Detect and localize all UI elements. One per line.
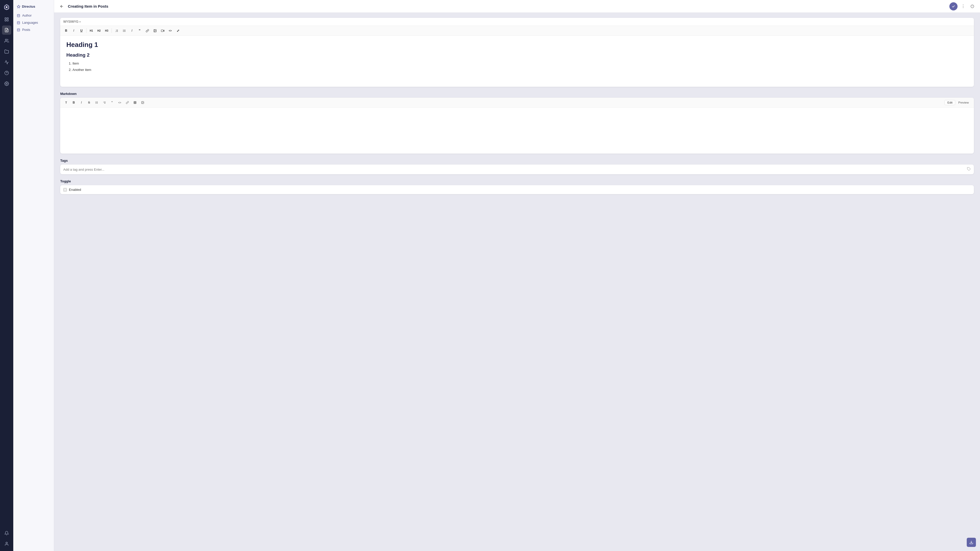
sidebar-item-author-label: Author (22, 14, 32, 17)
rail-icon-notifications[interactable] (2, 529, 11, 538)
tags-section: Tags (60, 159, 974, 174)
toggle-checkbox[interactable] (63, 188, 67, 192)
rail-icon-profile[interactable] (2, 539, 11, 548)
markdown-body[interactable] (60, 108, 974, 154)
toggle-container: Enabled (60, 185, 974, 194)
md-text-btn[interactable]: T (63, 99, 69, 106)
rail-icon-settings[interactable] (2, 79, 11, 88)
toolbar-separator-2 (111, 28, 112, 33)
italic-button-2[interactable]: I (129, 27, 135, 34)
wysiwyg-body[interactable]: Heading 1 Heading 2 Item Another item (60, 36, 974, 87)
md-strikethrough-btn[interactable]: S (86, 99, 92, 106)
md-bullet-btn[interactable] (94, 99, 100, 106)
md-table-btn[interactable] (132, 99, 138, 106)
markdown-edit-tab[interactable]: Edit (945, 100, 955, 105)
markdown-toolbar: T B I S (60, 98, 974, 108)
sidebar-item-author[interactable]: Author (13, 12, 54, 19)
tags-label: Tags (60, 159, 974, 162)
page-title: Creating Item in Posts (68, 4, 947, 8)
svg-rect-2 (7, 17, 8, 19)
svg-point-7 (5, 39, 7, 41)
svg-point-47 (142, 102, 143, 103)
blockquote-button[interactable]: " (136, 27, 143, 34)
wysiwyg-toolbar: B I U H1 H2 H3 (60, 26, 974, 36)
content-area: WYSIWYG ▾ B I U H1 H2 H3 (54, 13, 980, 551)
md-bold-btn[interactable]: B (70, 99, 77, 106)
ordered-list-button[interactable] (113, 27, 120, 34)
svg-point-14 (18, 21, 20, 22)
sidebar-brand: Directus (13, 3, 54, 12)
svg-point-15 (18, 29, 20, 29)
bold-button[interactable]: B (63, 27, 69, 34)
sidebar-item-posts[interactable]: Posts (13, 26, 54, 33)
fullscreen-button[interactable]: ⤢ (175, 27, 181, 34)
markdown-preview-tab[interactable]: Preview (956, 100, 971, 105)
more-options-button[interactable]: ⋮ (959, 3, 967, 10)
tags-container (60, 165, 974, 174)
markdown-container: T B I S (60, 98, 974, 154)
h1-button[interactable]: H1 (88, 27, 95, 34)
info-button[interactable] (969, 3, 976, 10)
wysiwyg-mode-label: WYSIWYG (63, 20, 78, 24)
wysiwyg-field: WYSIWYG ▾ B I U H1 H2 H3 (60, 18, 974, 87)
save-button[interactable] (950, 2, 958, 11)
code-button[interactable]: <> (167, 27, 173, 34)
icon-rail (0, 0, 13, 551)
sidebar-item-languages[interactable]: Languages (13, 19, 54, 26)
wysiwyg-mode-dropdown[interactable]: ▾ (80, 21, 81, 23)
italic-button[interactable]: I (70, 27, 77, 34)
svg-rect-3 (5, 20, 6, 21)
md-link-btn[interactable] (124, 99, 130, 106)
svg-rect-41 (134, 102, 136, 104)
topbar-actions: ⋮ (950, 2, 976, 11)
svg-rect-31 (161, 30, 163, 32)
underline-button[interactable]: U (78, 27, 85, 34)
svg-point-11 (6, 542, 7, 544)
md-image-btn[interactable] (139, 99, 146, 106)
link-button[interactable] (144, 27, 151, 34)
wysiwyg-heading1: Heading 1 (66, 41, 968, 49)
svg-point-0 (6, 6, 7, 8)
md-blockquote-btn[interactable]: " (109, 99, 115, 106)
wysiwyg-header: WYSIWYG ▾ (60, 18, 974, 26)
wysiwyg-list: Item Another item (66, 60, 968, 73)
toggle-option-label: Enabled (69, 188, 81, 192)
image-button[interactable] (151, 27, 158, 34)
markdown-section: Markdown T B I S (60, 92, 974, 154)
list-item: Another item (73, 67, 968, 73)
list-item: Item (73, 60, 968, 67)
bottom-right-action-button[interactable] (967, 538, 976, 547)
md-code-btn[interactable]: <> (116, 99, 123, 106)
h2-button[interactable]: H2 (96, 27, 102, 34)
svg-marker-30 (163, 30, 164, 31)
wysiwyg-heading2: Heading 2 (66, 52, 968, 58)
md-italic-btn[interactable]: I (78, 99, 85, 106)
svg-point-29 (154, 30, 155, 30)
h3-button[interactable]: H3 (103, 27, 110, 34)
sidebar: Directus Author Languages Posts (13, 0, 54, 551)
md-ordered-btn[interactable] (101, 99, 108, 106)
svg-rect-4 (7, 20, 8, 21)
rail-icon-collections[interactable] (2, 15, 11, 24)
rail-icon-users[interactable] (2, 36, 11, 45)
app-logo[interactable] (2, 3, 11, 12)
video-button[interactable] (159, 27, 166, 34)
markdown-label: Markdown (60, 92, 974, 96)
svg-rect-1 (5, 17, 6, 19)
main-panel: Creating Item in Posts ⋮ WYSIWYG (54, 0, 980, 551)
bullet-list-button[interactable] (121, 27, 127, 34)
rail-icon-content[interactable] (2, 25, 11, 35)
svg-point-13 (18, 14, 20, 15)
toggle-section: Toggle Enabled (60, 179, 974, 194)
rail-icon-analytics[interactable] (2, 58, 11, 67)
sidebar-item-posts-label: Posts (22, 28, 30, 32)
svg-point-10 (6, 83, 7, 84)
toggle-label: Toggle (60, 179, 974, 183)
tag-icon (967, 167, 971, 171)
back-button[interactable] (58, 3, 65, 10)
svg-rect-49 (64, 189, 66, 191)
rail-icon-help[interactable] (2, 68, 11, 78)
tags-input[interactable] (63, 168, 967, 171)
topbar: Creating Item in Posts ⋮ (54, 0, 980, 13)
rail-icon-files[interactable] (2, 47, 11, 56)
